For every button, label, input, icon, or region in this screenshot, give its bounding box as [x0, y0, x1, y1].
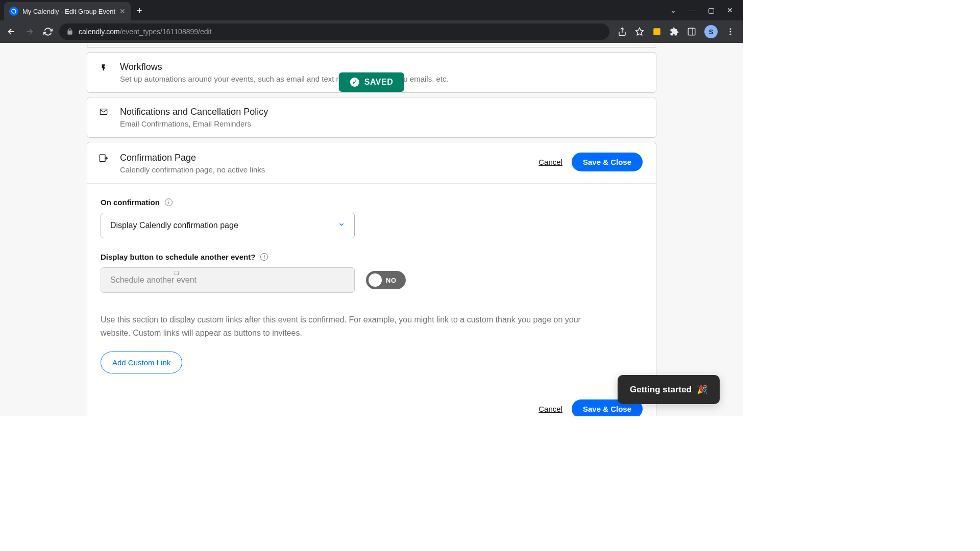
getting-started-widget[interactable]: Getting started 🎉: [618, 375, 720, 404]
tab-title: My Calendly - Edit Group Event: [22, 8, 115, 15]
back-button[interactable]: [4, 24, 18, 39]
chevron-down-icon[interactable]: ⌄: [670, 6, 676, 14]
window-controls: ⌄ — ▢ ✕: [660, 6, 743, 14]
maximize-icon[interactable]: ▢: [708, 6, 715, 14]
on-confirmation-label: On confirmation i: [101, 198, 173, 207]
confirmation-subtitle: Calendly confirmation page, no active li…: [120, 165, 527, 174]
exit-icon: [99, 153, 109, 163]
save-close-button[interactable]: Save & Close: [572, 153, 643, 171]
notifications-title: Notifications and Cancellation Policy: [120, 107, 645, 117]
svg-rect-1: [653, 28, 660, 35]
svg-point-6: [730, 34, 731, 35]
lock-icon: [66, 28, 74, 35]
page-content: Workflows Set up automations around your…: [0, 43, 743, 416]
workflows-title: Workflows: [120, 62, 645, 72]
close-window-icon[interactable]: ✕: [727, 6, 733, 14]
cancel-link[interactable]: Cancel: [538, 158, 562, 166]
notifications-section[interactable]: Notifications and Cancellation Policy Em…: [87, 97, 656, 138]
notifications-subtitle: Email Confirmations, Email Reminders: [120, 119, 645, 128]
toast-label: SAVED: [364, 78, 393, 87]
app-icon[interactable]: [652, 27, 662, 36]
reload-button[interactable]: [41, 24, 55, 39]
check-icon: ✓: [350, 78, 359, 87]
star-icon[interactable]: [635, 27, 644, 36]
extensions-icon[interactable]: [670, 27, 679, 36]
custom-links-help: Use this section to display custom links…: [101, 313, 611, 339]
toggle-knob: [369, 273, 382, 287]
svg-point-0: [12, 9, 16, 13]
info-icon[interactable]: i: [165, 198, 173, 206]
party-icon: 🎉: [697, 384, 707, 395]
browser-toolbar: calendly.com/event_types/161108899/edit …: [0, 20, 743, 43]
saved-toast: ✓ SAVED: [339, 72, 404, 92]
sidepanel-icon[interactable]: [687, 27, 696, 36]
share-icon[interactable]: [618, 27, 627, 36]
profile-avatar[interactable]: S: [704, 25, 718, 38]
confirmation-page-section: Confirmation Page Calendly confirmation …: [87, 142, 656, 416]
info-icon[interactable]: i: [260, 253, 268, 261]
svg-rect-2: [688, 28, 695, 35]
browser-tab[interactable]: My Calendly - Edit Group Event ✕: [4, 2, 131, 20]
svg-point-5: [730, 31, 731, 33]
confirmation-title: Confirmation Page: [120, 153, 527, 163]
svg-rect-8: [100, 155, 106, 162]
close-tab-icon[interactable]: ✕: [119, 7, 126, 15]
calendly-favicon: [9, 7, 18, 16]
select-value: Display Calendly confirmation page: [110, 221, 238, 230]
schedule-another-input: [101, 267, 355, 293]
browser-tab-strip: My Calendly - Edit Group Event ✕ + ⌄ — ▢…: [0, 0, 743, 20]
minimize-icon[interactable]: —: [689, 6, 696, 14]
url-display: calendly.com/event_types/161108899/edit: [79, 28, 211, 36]
on-confirmation-select[interactable]: Display Calendly confirmation page: [101, 213, 355, 238]
address-bar[interactable]: calendly.com/event_types/161108899/edit: [59, 23, 609, 40]
lightning-icon: [99, 62, 109, 73]
chevron-down-icon: [338, 221, 345, 230]
toggle-label: NO: [386, 277, 397, 284]
new-tab-button[interactable]: +: [131, 2, 149, 20]
schedule-another-toggle[interactable]: NO: [366, 271, 406, 289]
mail-icon: [99, 107, 109, 116]
schedule-another-label: Display button to schedule another event…: [101, 253, 268, 261]
forward-button[interactable]: [22, 24, 37, 39]
add-custom-link-button[interactable]: Add Custom Link: [101, 352, 182, 373]
cancel-link-footer[interactable]: Cancel: [538, 405, 562, 413]
card-fragment-top: [87, 45, 656, 48]
menu-icon[interactable]: [726, 27, 735, 36]
svg-point-4: [730, 28, 731, 30]
